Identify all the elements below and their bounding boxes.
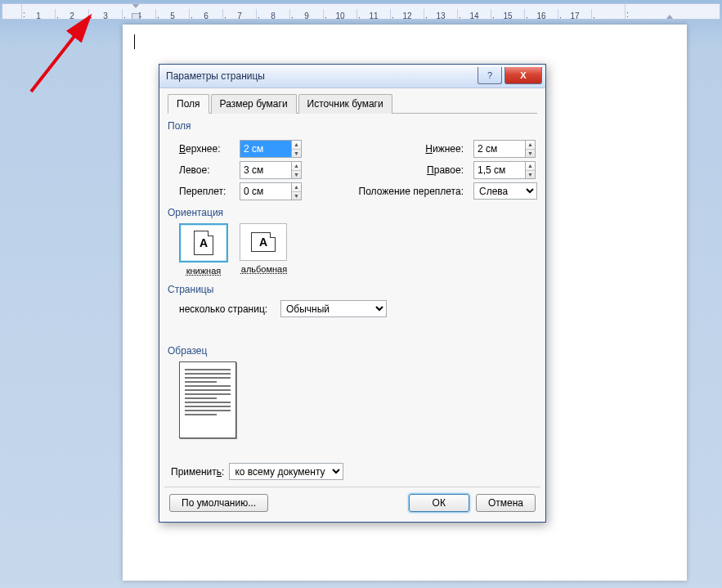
dialog-title: Параметры страницы xyxy=(166,70,265,82)
tab-paper-source[interactable]: Источник бумаги xyxy=(298,94,392,114)
orientation-legend: Ориентация xyxy=(168,207,537,218)
label-gutter-position: Положение переплета: xyxy=(349,186,469,197)
svg-line-0 xyxy=(31,16,90,92)
input-left-margin[interactable] xyxy=(240,162,291,178)
label-right-margin: Правое: xyxy=(349,164,469,176)
tabstrip: Поля Размер бумаги Источник бумаги xyxy=(168,93,537,114)
help-button[interactable]: ? xyxy=(478,67,502,84)
page-preview xyxy=(179,361,236,438)
spinner-top-margin[interactable]: ▲▼ xyxy=(240,140,302,158)
horizontal-ruler[interactable]: 3211234567891011121314151617 xyxy=(2,3,720,20)
tab-margins[interactable]: Поля xyxy=(168,94,209,114)
cancel-button[interactable]: Отмена xyxy=(476,494,536,512)
preview-legend: Образец xyxy=(168,345,537,357)
label-gutter: Переплет: xyxy=(179,186,235,197)
first-line-indent-marker[interactable] xyxy=(132,3,140,8)
select-pages-mode[interactable]: Обычный xyxy=(280,300,387,317)
annotation-arrow xyxy=(8,8,114,98)
spinner-right-margin[interactable]: ▲▼ xyxy=(473,161,536,179)
ok-button[interactable]: ОК xyxy=(409,494,469,512)
input-top-margin[interactable] xyxy=(240,141,291,157)
spinner-gutter[interactable]: ▲▼ xyxy=(240,182,302,200)
margins-legend: Поля xyxy=(168,120,537,132)
orientation-landscape-label: альбомная xyxy=(240,264,289,274)
spinner-left-margin[interactable]: ▲▼ xyxy=(240,161,302,179)
label-bottom-margin: Нижнее: xyxy=(349,143,469,155)
spinner-bottom-margin[interactable]: ▲▼ xyxy=(473,140,536,158)
defaults-button[interactable]: По умолчанию... xyxy=(169,494,268,512)
select-apply-to[interactable]: ко всему документу xyxy=(229,463,343,480)
tab-paper-size[interactable]: Размер бумаги xyxy=(211,94,297,114)
close-button[interactable]: X xyxy=(505,67,542,84)
label-apply-to: Применить: xyxy=(171,466,224,478)
label-top-margin: Верхнее: xyxy=(179,143,235,155)
orientation-landscape[interactable]: A альбомная xyxy=(240,223,289,276)
dialog-titlebar[interactable]: Параметры страницы ? X xyxy=(159,65,545,88)
orientation-portrait-label: книжная xyxy=(179,266,228,276)
pages-legend: Страницы xyxy=(168,284,537,295)
orientation-portrait[interactable]: A книжная xyxy=(179,223,228,276)
input-gutter[interactable] xyxy=(240,183,291,200)
label-left-margin: Левое: xyxy=(179,164,235,176)
left-indent-marker[interactable] xyxy=(132,13,140,20)
right-indent-marker[interactable] xyxy=(666,15,674,20)
label-pages-mode: несколько страниц: xyxy=(179,303,276,315)
text-cursor xyxy=(134,34,135,49)
input-right-margin[interactable] xyxy=(474,162,525,178)
input-bottom-margin[interactable] xyxy=(474,141,525,157)
page-setup-dialog: Параметры страницы ? X Поля Размер бумаг… xyxy=(159,64,546,523)
select-gutter-position[interactable]: Слева xyxy=(473,182,537,200)
